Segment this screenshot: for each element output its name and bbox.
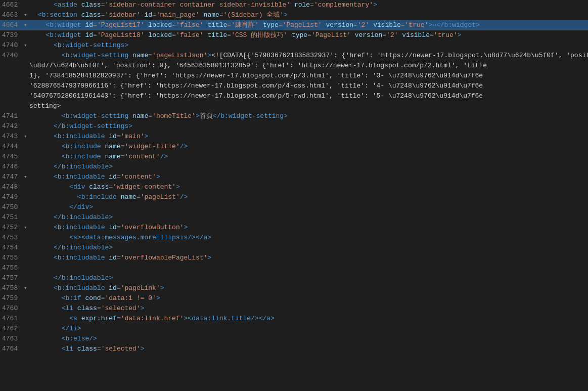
code-line[interactable]: 4741 <b:widget-setting name='homeTitle'>… — [0, 111, 588, 121]
line-number: 4755 — [0, 253, 22, 263]
line-number: 4742 — [0, 121, 22, 132]
line-content: <b:includable id='main'> — [29, 132, 588, 142]
line-number: 4762 — [0, 324, 22, 334]
code-line[interactable]: 4764 <li class='selected'> — [0, 344, 588, 354]
line-content: setting> — [28, 101, 588, 111]
code-line[interactable]: 4759 <b:if cond='data:i != 0'> — [0, 293, 588, 303]
fold-arrow[interactable]: ▾ — [22, 132, 29, 142]
line-number: 4748 — [0, 182, 22, 192]
code-line[interactable]: 4740▾ <b:widget-settings> — [0, 40, 588, 51]
line-content: '6288765479379966116': {'href': 'https:/… — [28, 81, 588, 91]
code-area[interactable]: 4662 <aside class='sidebar-container con… — [0, 0, 588, 391]
line-content: <aside class='sidebar-container containe… — [29, 0, 588, 10]
line-number: 4753 — [0, 233, 22, 243]
code-line[interactable]: 4739 <b:widget id='PageList18' locked='f… — [0, 30, 588, 40]
line-content: <b:else/> — [29, 334, 588, 344]
line-content: <li class='selected'> — [29, 303, 588, 314]
line-content: </b:includable> — [29, 212, 588, 223]
line-content: <b:include name='pageList'/> — [29, 192, 588, 202]
line-number: 4751 — [0, 212, 22, 223]
line-number: 4761 — [0, 314, 22, 324]
line-content: <a expr:href='data:link.href'><data:link… — [29, 314, 588, 324]
fold-arrow[interactable]: ▾ — [22, 172, 29, 182]
line-content: <b:includable id='content'> — [29, 172, 588, 182]
code-editor: 4662 <aside class='sidebar-container con… — [0, 0, 588, 391]
line-content: <b:includable id='overflowablePageList'> — [29, 253, 588, 263]
line-content: </li> — [29, 324, 588, 334]
code-line[interactable]: 4751 </b:includable> — [0, 212, 588, 223]
code-line[interactable]: 4756 — [0, 263, 588, 273]
code-line[interactable]: 4749 <b:include name='pageList'/> — [0, 192, 588, 202]
line-number: 4759 — [0, 293, 22, 303]
line-number: 4744 — [0, 142, 22, 152]
line-number: 4663 — [0, 10, 22, 20]
line-number: 4664 — [0, 20, 22, 30]
code-line[interactable]: 4757 </b:includable> — [0, 273, 588, 283]
code-line[interactable]: 4752▾ <b:includable id='overflowButton'> — [0, 223, 588, 233]
code-line[interactable]: 4664▾ <b:widget id='PageList17' locked='… — [0, 20, 588, 30]
line-content: 1}, '7384185284182820937': {'href': 'htt… — [28, 71, 588, 81]
fold-arrow[interactable]: ▾ — [22, 10, 29, 20]
code-line[interactable]: 4754 </b:includable> — [0, 243, 588, 253]
line-content: </b:widget-settings> — [29, 121, 588, 132]
code-line[interactable]: 4760 <li class='selected'> — [0, 303, 588, 314]
code-line[interactable]: 4762 </li> — [0, 324, 588, 334]
code-line-continuation: setting> — [0, 101, 588, 111]
code-line[interactable]: 4663▾ <b:section class='sidebar' id='mai… — [0, 10, 588, 20]
line-content: <b:includable id='pageLink'> — [29, 283, 588, 293]
code-line-continuation: 1}, '7384185284182820937': {'href': 'htt… — [0, 71, 588, 81]
line-content: <li class='selected'> — [29, 344, 588, 354]
line-content: <b:widget id='PageList17' locked='false'… — [29, 20, 588, 30]
code-line[interactable]: 4744 <b:include name='widget-title'/> — [0, 142, 588, 152]
code-line[interactable]: 4753 <a><data:messages.moreEllipsis/></a… — [0, 233, 588, 243]
line-content: <b:widget-settings> — [29, 40, 588, 51]
line-content: '5407675280611961443': {'href': 'https:/… — [28, 91, 588, 101]
code-line[interactable]: 4750 </div> — [0, 202, 588, 212]
code-line[interactable]: 4742 </b:widget-settings> — [0, 121, 588, 132]
code-line[interactable]: 4743▾ <b:includable id='main'> — [0, 132, 588, 142]
line-number: 4743 — [0, 132, 22, 142]
fold-arrow[interactable]: ▾ — [22, 40, 29, 51]
code-line[interactable]: 4763 <b:else/> — [0, 334, 588, 344]
line-number: 4750 — [0, 202, 22, 212]
line-content: </b:includable> — [29, 243, 588, 253]
code-line[interactable]: 4745 <b:include name='content'/> — [0, 152, 588, 162]
line-content: <div class='widget-content'> — [29, 182, 588, 192]
code-line[interactable]: 4758▾ <b:includable id='pageLink'> — [0, 283, 588, 293]
code-line[interactable]: 4755 <b:includable id='overflowablePageL… — [0, 253, 588, 263]
line-number: 4749 — [0, 192, 22, 202]
line-content: <b:widget-setting name='pageListJson'><!… — [29, 51, 588, 61]
line-number: 4754 — [0, 243, 22, 253]
line-content: <b:include name='content'/> — [29, 152, 588, 162]
line-number: 4758 — [0, 283, 22, 293]
line-content: <b:widget-setting name='homeTitle'>首頁</b… — [29, 111, 588, 121]
line-number: 4760 — [0, 303, 22, 314]
line-number: 4741 — [0, 111, 22, 121]
line-content: </b:includable> — [29, 162, 588, 172]
line-number: 4739 — [0, 30, 22, 40]
line-content: <b:if cond='data:i != 0'> — [29, 293, 588, 303]
line-number: 4745 — [0, 152, 22, 162]
line-content: \u8d77\u624b\u5f0f', 'position': 0}, '64… — [28, 61, 588, 71]
fold-arrow[interactable]: ▾ — [22, 283, 29, 293]
code-line[interactable]: 4761 <a expr:href='data:link.href'><data… — [0, 314, 588, 324]
line-number: 4740 — [0, 51, 22, 61]
fold-arrow[interactable]: ▾ — [22, 223, 29, 233]
code-line-continuation: '6288765479379966116': {'href': 'https:/… — [0, 81, 588, 91]
line-number: 4764 — [0, 344, 22, 354]
code-line[interactable]: 4662 <aside class='sidebar-container con… — [0, 0, 588, 10]
code-line[interactable]: 4746 </b:includable> — [0, 162, 588, 172]
line-content: <b:section class='sidebar' id='main_page… — [29, 10, 588, 20]
line-content: <b:includable id='overflowButton'> — [29, 223, 588, 233]
fold-arrow[interactable]: ▾ — [22, 20, 29, 30]
line-number: 4740 — [0, 40, 22, 51]
line-number: 4756 — [0, 263, 22, 273]
line-content: <b:include name='widget-title'/> — [29, 142, 588, 152]
line-content: <b:widget id='PageList18' locked='false'… — [29, 30, 588, 40]
code-line[interactable]: 4747▾ <b:includable id='content'> — [0, 172, 588, 182]
line-number: 4747 — [0, 172, 22, 182]
code-line-continuation: \u8d77\u624b\u5f0f', 'position': 0}, '64… — [0, 61, 588, 71]
code-line[interactable]: 4740 <b:widget-setting name='pageListJso… — [0, 51, 588, 61]
code-line[interactable]: 4748 <div class='widget-content'> — [0, 182, 588, 192]
line-number: 4752 — [0, 223, 22, 233]
